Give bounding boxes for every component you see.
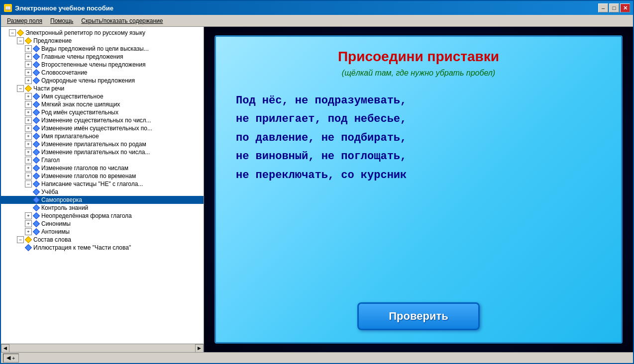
- tree-item-neopr[interactable]: + Неопределённая форма глагола: [1, 212, 204, 220]
- tree-icon-myagkiy: [33, 101, 40, 108]
- tree-toggle-ne-s-glag[interactable]: –: [25, 181, 32, 187]
- scroll-left-button[interactable]: ◀: [1, 344, 9, 353]
- tree-item-illustr[interactable]: Иллюстрация к теме "Части слова": [1, 244, 204, 252]
- tree-toggle-antonimy[interactable]: +: [25, 228, 32, 235]
- tree-toggle-neopr[interactable]: +: [25, 212, 32, 219]
- tree-root[interactable]: – Электронный репетитор по русскому язык…: [1, 29, 204, 37]
- tree-icon-odnorodnye: [33, 77, 40, 84]
- tree-item-izmen-pril-ch[interactable]: + Изменение прилагательных по числа...: [1, 148, 204, 156]
- verify-button[interactable]: Проверить: [357, 302, 479, 330]
- tree-toggle-rod[interactable]: +: [25, 109, 32, 116]
- tree-item-chasti-rechi[interactable]: – Части речи: [1, 85, 204, 92]
- tree-toggle-root[interactable]: –: [9, 29, 16, 36]
- tree-toggle-odnorodnye[interactable]: +: [25, 77, 32, 84]
- scroll-track[interactable]: [9, 344, 195, 352]
- tree-toggle-izmen-pril-r[interactable]: +: [25, 141, 32, 148]
- menu-bar: Размер поля Помощь Скрыть/показать содер…: [1, 15, 633, 27]
- tree-toggle-glagol[interactable]: +: [25, 157, 32, 164]
- tree-toggle-sostav-slova[interactable]: –: [17, 236, 24, 243]
- tree-icon-glavnye: [33, 53, 40, 60]
- status-nav-prev[interactable]: ◀: [6, 355, 10, 361]
- tree-label-izmen-glag-v: Изменение глаголов по временам: [41, 173, 136, 180]
- tree-icon-glagol: [33, 157, 40, 164]
- text-line-4[interactable]: не виновный, не поглощать,: [236, 147, 601, 166]
- tree-label-izmen-sush-p: Изменение имён существительных по...: [41, 125, 152, 132]
- tree-item-izmen-sush-ch[interactable]: + Изменение существительных по числ...: [1, 116, 204, 124]
- tree-item-slovosochetanie[interactable]: + Словосочетание: [1, 69, 204, 77]
- tree-label-sostav-slova: Состав слова: [33, 236, 71, 243]
- tree-item-sostav-slova[interactable]: – Состав слова: [1, 236, 204, 244]
- tree-label-samoproverka: Самопроверка: [41, 196, 82, 203]
- tree-toggle-izmen-glag-ch[interactable]: +: [25, 165, 32, 172]
- tree-item-sinonimy[interactable]: + Синонимы: [1, 220, 204, 228]
- maximize-button[interactable]: □: [609, 3, 619, 12]
- tree-icon-neopr: [33, 212, 40, 219]
- tree-item-izmen-glag-v[interactable]: + Изменение глаголов по временам: [1, 172, 204, 180]
- tree-toggle-predlozhenie[interactable]: –: [17, 37, 24, 44]
- tree-toggle-glavnye[interactable]: +: [25, 53, 32, 60]
- tree-item-rod[interactable]: + Род имён существительных: [1, 108, 204, 116]
- tree-icon-rod: [33, 109, 40, 116]
- tree-icon-kontrol: [33, 204, 40, 211]
- tree-item-imya-sush[interactable]: + Имя существительное: [1, 92, 204, 100]
- horizontal-scrollbar[interactable]: ◀ ▶: [1, 344, 204, 352]
- tree-icon-samoproverka: [33, 196, 40, 203]
- tree-toggle-izmen-glag-v[interactable]: +: [25, 173, 32, 180]
- tree-item-antonimy[interactable]: + Антонимы: [1, 228, 204, 236]
- close-button[interactable]: ✕: [620, 3, 630, 12]
- tree-item-izmen-pril-r[interactable]: + Изменение прилагательных по родам: [1, 140, 204, 148]
- tree-icon-izmen-glag-v: [33, 173, 40, 180]
- tree-item-glagol[interactable]: + Глагол: [1, 156, 204, 164]
- tree-item-ne-s-glag[interactable]: – Написание частицы "НЕ" с глагола...: [1, 180, 204, 188]
- tree-label-antonimy: Антонимы: [41, 228, 70, 235]
- status-nav-next[interactable]: +: [12, 355, 15, 361]
- tree-item-vtorostepennye[interactable]: + Второстепенные члены предложения: [1, 61, 204, 69]
- tree-item-izmen-sush-p[interactable]: + Изменение имён существительных по...: [1, 124, 204, 132]
- tree-toggle-slovosochetanie[interactable]: +: [25, 69, 32, 76]
- menu-toggle-content[interactable]: Скрыть/показать содержание: [77, 16, 167, 25]
- tree-toggle-vtorostepennye[interactable]: +: [25, 61, 32, 68]
- tree-toggle-izmen-sush-ch[interactable]: +: [25, 117, 32, 124]
- tree-label-izmen-glag-ch: Изменение глаголов по числам: [41, 165, 128, 172]
- tree-icon-root: [17, 29, 24, 36]
- tree-item-glavnye[interactable]: + Главные члены предложения: [1, 53, 204, 61]
- tree-label-imya-pril: Имя прилагательное: [41, 133, 99, 140]
- tree-label-illustr: Иллюстрация к теме "Части слова": [33, 244, 131, 251]
- tree-container[interactable]: – Электронный репетитор по русскому язык…: [1, 27, 204, 344]
- tree-toggle-izmen-pril-ch[interactable]: +: [25, 149, 32, 156]
- tree-toggle-vidy[interactable]: +: [25, 45, 32, 52]
- tree-toggle-myagkiy[interactable]: +: [25, 101, 32, 108]
- tree-item-kontrol[interactable]: Контроль знаний: [1, 204, 204, 212]
- tree-item-odnorodnye[interactable]: + Однородные члены предложения: [1, 77, 204, 85]
- tree-label-chasti-rechi: Части речи: [33, 85, 64, 92]
- tree-toggle-chasti-rechi[interactable]: –: [17, 85, 24, 92]
- text-line-2[interactable]: не прилегает, под небесье,: [236, 110, 601, 128]
- tree-icon-izmen-sush-ch: [33, 117, 40, 124]
- tree-icon-imya-sush: [33, 93, 40, 100]
- text-line-3[interactable]: по давление, не подбирать,: [236, 129, 601, 147]
- lesson-text[interactable]: Под нёс, не подразумевать, не прилегает,…: [232, 91, 605, 292]
- text-line-1[interactable]: Под нёс, не подразумевать,: [236, 91, 601, 110]
- menu-help[interactable]: Помощь: [46, 16, 77, 25]
- tree-toggle-imya-pril[interactable]: +: [25, 133, 32, 140]
- tree-item-vidy[interactable]: + Виды предложений по цели высказы...: [1, 45, 204, 53]
- tree-item-ucheba[interactable]: Учёба: [1, 188, 204, 196]
- menu-size[interactable]: Размер поля: [3, 16, 46, 25]
- tree-toggle-sinonimy[interactable]: +: [25, 220, 32, 227]
- tree-item-izmen-glag-ch[interactable]: + Изменение глаголов по числам: [1, 164, 204, 172]
- tree-toggle-izmen-sush-p[interactable]: +: [25, 125, 32, 132]
- tree-item-samoproverka[interactable]: Самопроверка: [1, 196, 204, 204]
- tree-label-vtorostepennye: Второстепенные члены предложения: [41, 61, 145, 68]
- tree-icon-izmen-pril-r: [33, 141, 40, 148]
- tree-item-imya-pril[interactable]: + Имя прилагательное: [1, 132, 204, 140]
- tree-toggle-imya-sush[interactable]: +: [25, 93, 32, 100]
- tree-label-izmen-pril-r: Изменение прилагательных по родам: [41, 141, 146, 148]
- tree-item-predlozhenie[interactable]: – Предложение: [1, 37, 204, 45]
- lesson-title: Присоедини приставки: [338, 49, 499, 65]
- text-line-5[interactable]: не переключать, со курсник: [236, 166, 601, 184]
- tree-item-myagkiy[interactable]: + Мягкий знак после шипящих: [1, 100, 204, 108]
- minimize-button[interactable]: –: [598, 3, 608, 12]
- tree-label-vidy: Виды предложений по цели высказы...: [41, 45, 149, 52]
- scroll-right-button[interactable]: ▶: [195, 344, 204, 353]
- window-title: Электронное учебное пособие: [15, 4, 598, 12]
